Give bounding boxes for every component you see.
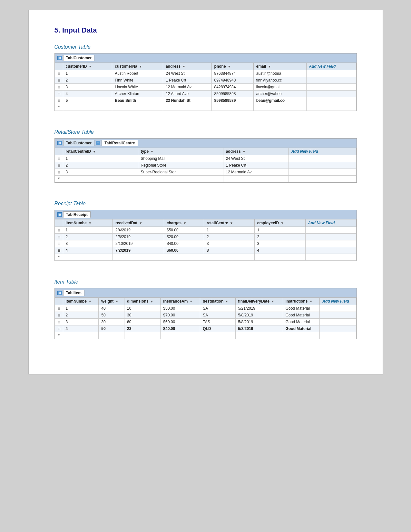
cell: 5/8/2019 [235,325,283,332]
retailstore-tab-retail[interactable]: TablRetailCentre [102,140,138,146]
cell: $20.00 [164,234,204,240]
table-row: ⊞ 3 Lincoln White 12 Mermaid Av 84289749… [55,84,356,91]
receipt-section-title: Receipt Table [54,201,357,207]
cell [200,332,235,339]
cell: 2/10/2019 [113,240,164,247]
table-row: ⊞ 1 2/4/2019 $50.00 1 1 [55,227,356,234]
retailstore-col-address[interactable]: address ▼ [223,148,289,155]
expand-btn[interactable]: ⊞ [55,319,63,325]
cell: Austin Robert [112,70,163,77]
retailstore-col-arrow [55,148,63,155]
cell: 8509585898 [211,91,253,97]
expand-btn[interactable]: ⊞ [55,305,63,312]
retailstore-col-addnew[interactable]: Add New Field [289,148,356,155]
expand-btn[interactable]: ⊞ [55,240,63,247]
item-tab[interactable]: TablItem [63,290,84,296]
customer-col-addnew[interactable]: Add New Field [306,63,356,70]
receipt-tab[interactable]: TablReceipt [63,211,91,218]
cell: Lincoln White [112,84,163,91]
expand-btn[interactable]: ⊞ [55,312,63,319]
expand-btn[interactable]: ⊞ [55,325,63,332]
item-col-finaldelivery[interactable]: finalDeliveryDate ▼ [235,298,283,305]
cell: 23 Nundah St [163,97,211,104]
cell [306,91,356,97]
cell: 2 [63,312,99,319]
item-col-arrow [55,298,63,305]
cell: 2 [204,234,254,240]
cell [223,176,289,182]
retailstore-section-title: RetailStore Table [54,129,357,135]
customer-tab[interactable]: TablCustomer [63,55,95,61]
expand-btn[interactable]: ⊞ [55,84,63,91]
customer-col-phone[interactable]: phone ▼ [211,63,253,70]
expand-btn[interactable]: ⊞ [55,155,63,162]
retailstore-tab-icon1: ⊞ [57,141,62,145]
expand-btn[interactable]: ⊞ [55,162,63,169]
cell [320,332,356,339]
cell [306,97,356,104]
expand-btn[interactable]: ⊞ [55,91,63,97]
cell: $40.00 [164,240,204,247]
item-col-weight[interactable]: weight ▼ [99,298,124,305]
receipt-col-addnew[interactable]: Add New Field [305,219,356,227]
table-row: ⊞ 2 Finn White 1 Peake Crt 8974948948 fi… [55,77,356,84]
item-col-instructions[interactable]: instructions ▼ [283,298,320,305]
receipt-table-wrapper: ⊞ TablReceipt itemNumbe ▼ receivedDat ▼ … [54,210,357,261]
expand-btn[interactable]: ⊞ [55,97,63,104]
cell: 12 Mermaid Av [163,84,211,91]
cell [305,247,356,254]
cell [211,104,253,111]
retailstore-col-type[interactable]: type ▼ [138,148,223,155]
retailstore-col-id[interactable]: retailCentreID ▼ [63,148,138,155]
cell: 40 [99,305,124,312]
table-row: ⊞ 2 Regional Store 1 Peake Crt [55,162,356,169]
cell: 2 [254,234,305,240]
cell [289,155,356,162]
item-table-wrapper: ⊞ TablItem itemNumbe ▼ weight ▼ dimensio… [54,288,357,339]
item-section: Item Table ⊞ TablItem itemNumbe ▼ weight… [54,279,357,348]
item-col-itemnum[interactable]: itemNumbe ▼ [63,298,99,305]
cell: TAS [200,319,235,325]
item-col-addnew[interactable]: Add New Field [320,298,356,305]
cell: Good Material [283,325,320,332]
cell: 30 [124,312,161,319]
table-row: ⊞ 2 2/6/2019 $20.00 2 2 [55,234,356,240]
retailstore-tab-customer[interactable]: TablCustomer [63,140,95,146]
table-row: ⊞ 4 50 23 $40.00 QLD 5/8/2019 Good Mater… [55,325,356,332]
cell [164,254,204,261]
item-col-dimensions[interactable]: dimensions ▼ [124,298,161,305]
table-row: ⊞ 4 Archer Klinton 12 Attard Ave 8509585… [55,91,356,97]
asterisk: * [55,332,63,339]
cell: 2/4/2019 [113,227,164,234]
receipt-col-charges[interactable]: charges ▼ [164,219,204,227]
expand-btn[interactable]: ⊞ [55,77,63,84]
customer-col-email[interactable]: email ▼ [253,63,306,70]
receipt-col-itemnum[interactable]: itemNumbe ▼ [63,219,113,227]
expand-btn[interactable]: ⊞ [55,169,63,176]
cell: 10 [124,305,161,312]
receipt-col-retailcentre[interactable]: retailCentre ▼ [204,219,254,227]
receipt-col-receiveddat[interactable]: receivedDat ▼ [113,219,164,227]
expand-btn[interactable]: ⊞ [55,227,63,234]
cell: $50.00 [164,227,204,234]
new-record-row: * [55,104,356,111]
expand-btn[interactable]: ⊞ [55,247,63,254]
table-row: ⊞ 1 Shopping Mall 24 West St [55,155,356,162]
retailstore-tab-icon2: ⊞ [96,141,100,145]
cell [254,254,305,261]
item-section-title: Item Table [54,279,357,285]
table-row: ⊞ 4 7/2/2019 $60.00 3 4 [55,247,356,254]
customer-col-customername[interactable]: customerNa ▼ [112,63,163,70]
expand-btn[interactable]: ⊞ [55,70,63,77]
cell: Good Material [283,319,320,325]
customer-col-customerid[interactable]: customerID ▼ [63,63,112,70]
item-table-header-bar: ⊞ TablItem [55,288,357,297]
item-col-insurance[interactable]: insuranceAm ▼ [161,298,200,305]
table-row: ⊞ 3 Super-Regional Stor 12 Mermaid Av [55,169,356,176]
expand-btn[interactable]: ⊞ [55,234,63,240]
cell: 1 [63,155,138,162]
receipt-col-arrow [55,219,63,227]
item-col-destination[interactable]: destination ▼ [200,298,235,305]
customer-col-address[interactable]: address ▼ [163,63,211,70]
receipt-col-employeeid[interactable]: employeeID ▼ [254,219,305,227]
